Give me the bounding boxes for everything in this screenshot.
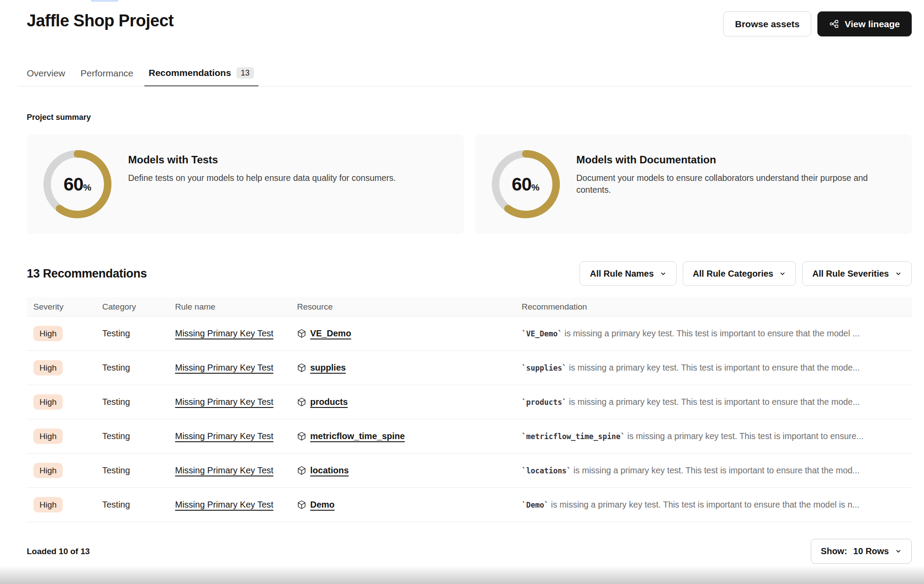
lineage-icon bbox=[829, 19, 839, 29]
severity-badge: High bbox=[33, 326, 63, 341]
project-summary-heading: Project summary bbox=[27, 113, 912, 122]
tab-recommendations[interactable]: Recommendations 13 bbox=[144, 67, 258, 87]
rule-name-link[interactable]: Missing Primary Key Test bbox=[175, 500, 273, 509]
card-description: Document your models to ensure collabora… bbox=[577, 172, 893, 196]
resource-cell: locations bbox=[297, 465, 522, 476]
card-body: Models with Documentation Document your … bbox=[577, 134, 893, 196]
resource-link[interactable]: supplies bbox=[310, 363, 346, 373]
tab-overview-label: Overview bbox=[27, 68, 65, 79]
tab-performance[interactable]: Performance bbox=[76, 68, 138, 87]
rows-per-page-select[interactable]: Show: 10 Rows bbox=[811, 539, 912, 564]
rule-categories-filter[interactable]: All Rule Categories bbox=[683, 261, 796, 286]
tab-performance-label: Performance bbox=[81, 68, 133, 79]
column-header-resource: Resource bbox=[297, 302, 522, 312]
column-header-rule-name: Rule name bbox=[175, 302, 297, 312]
severity-cell: High bbox=[33, 360, 102, 375]
rule-severities-filter[interactable]: All Rule Severities bbox=[802, 261, 912, 286]
table-row: High Testing Missing Primary Key Test pr… bbox=[27, 385, 912, 419]
loaded-status: Loaded 10 of 13 bbox=[27, 547, 90, 556]
donut-percent-value: 60 bbox=[512, 174, 531, 195]
recommendation-text: is missing a primary key test. This test… bbox=[571, 465, 860, 475]
browse-assets-button[interactable]: Browse assets bbox=[723, 11, 811, 36]
header-actions: Browse assets View lineage bbox=[723, 11, 912, 36]
model-cube-icon bbox=[297, 363, 306, 372]
bottom-fade bbox=[0, 566, 924, 584]
table-row: High Testing Missing Primary Key Test De… bbox=[27, 488, 912, 522]
recommendations-heading: 13 Recommendations bbox=[27, 267, 147, 281]
recommendation-cell: `metricflow_time_spine` is missing a pri… bbox=[522, 431, 912, 441]
recommendation-cell: `Demo` is missing a primary key test. Th… bbox=[522, 500, 912, 510]
severity-cell: High bbox=[33, 394, 102, 410]
rule-name-cell: Missing Primary Key Test bbox=[175, 328, 297, 339]
model-cube-icon bbox=[297, 466, 306, 475]
recommendation-code: `VE_Demo` bbox=[522, 329, 562, 338]
category-cell: Testing bbox=[102, 363, 175, 373]
view-lineage-label: View lineage bbox=[845, 19, 900, 29]
category-cell: Testing bbox=[102, 465, 175, 476]
category-cell: Testing bbox=[102, 328, 175, 339]
recommendation-cell: `products` is missing a primary key test… bbox=[522, 397, 912, 407]
models-with-documentation-card: 60 % Models with Documentation Document … bbox=[475, 134, 912, 234]
resource-link[interactable]: VE_Demo bbox=[310, 328, 351, 339]
summary-cards: 60 % Models with Tests Define tests on y… bbox=[27, 134, 912, 234]
rule-name-link[interactable]: Missing Primary Key Test bbox=[175, 397, 273, 407]
resource-link[interactable]: metricflow_time_spine bbox=[310, 431, 405, 441]
view-lineage-button[interactable]: View lineage bbox=[817, 11, 912, 36]
severity-badge: High bbox=[33, 463, 63, 478]
rule-severities-filter-label: All Rule Severities bbox=[812, 269, 889, 279]
card-body: Models with Tests Define tests on your m… bbox=[128, 134, 396, 184]
resource-cell: supplies bbox=[297, 363, 522, 373]
tab-overview[interactable]: Overview bbox=[22, 68, 70, 87]
rule-name-link[interactable]: Missing Primary Key Test bbox=[175, 328, 273, 338]
recommendation-text: is missing a primary key test. This test… bbox=[562, 328, 860, 338]
clipped-top-element bbox=[91, 0, 118, 2]
model-cube-icon bbox=[297, 500, 306, 509]
rule-name-link[interactable]: Missing Primary Key Test bbox=[175, 465, 273, 475]
page-header: Jaffle Shop Project Browse assets View l… bbox=[27, 0, 912, 36]
table-row: High Testing Missing Primary Key Test VE… bbox=[27, 317, 912, 351]
resource-link[interactable]: products bbox=[310, 397, 348, 407]
card-title: Models with Documentation bbox=[577, 154, 893, 166]
donut-percent: 60 % bbox=[43, 150, 111, 218]
recommendation-cell: `locations` is missing a primary key tes… bbox=[522, 465, 912, 476]
rule-name-cell: Missing Primary Key Test bbox=[175, 500, 297, 510]
recommendations-table: Severity Category Rule name Resource Rec… bbox=[27, 297, 912, 522]
chevron-down-icon bbox=[895, 270, 902, 277]
recommendation-cell: `VE_Demo` is missing a primary key test.… bbox=[522, 328, 912, 339]
category-cell: Testing bbox=[102, 397, 175, 407]
rule-categories-filter-label: All Rule Categories bbox=[693, 269, 773, 279]
rule-names-filter-label: All Rule Names bbox=[590, 269, 654, 279]
table-header: Severity Category Rule name Resource Rec… bbox=[27, 297, 912, 317]
table-row: High Testing Missing Primary Key Test me… bbox=[27, 419, 912, 454]
recommendation-text: is missing a primary key test. This test… bbox=[566, 363, 860, 372]
tab-bar: Overview Performance Recommendations 13 bbox=[18, 67, 912, 87]
model-cube-icon bbox=[297, 329, 306, 338]
recommendation-code: `Demo` bbox=[522, 501, 548, 509]
column-header-recommendation: Recommendation bbox=[522, 302, 912, 312]
rule-name-link[interactable]: Missing Primary Key Test bbox=[175, 431, 273, 441]
tab-recommendations-label: Recommendations bbox=[149, 68, 231, 78]
severity-cell: High bbox=[33, 429, 102, 444]
resource-link[interactable]: locations bbox=[310, 465, 349, 476]
card-title: Models with Tests bbox=[128, 154, 396, 166]
recommendation-text: is missing a primary key test. This test… bbox=[548, 500, 859, 509]
model-cube-icon bbox=[297, 397, 306, 407]
severity-cell: High bbox=[33, 497, 102, 512]
resource-link[interactable]: Demo bbox=[310, 500, 335, 510]
model-cube-icon bbox=[297, 432, 306, 441]
chevron-down-icon bbox=[895, 548, 902, 555]
recommendations-count-badge: 13 bbox=[236, 67, 254, 79]
donut-percent: 60 % bbox=[492, 150, 560, 218]
rule-names-filter[interactable]: All Rule Names bbox=[580, 261, 677, 286]
recommendations-section-header: 13 Recommendations All Rule Names All Ru… bbox=[27, 261, 912, 286]
rule-name-link[interactable]: Missing Primary Key Test bbox=[175, 363, 273, 372]
category-cell: Testing bbox=[102, 431, 175, 441]
rule-name-cell: Missing Primary Key Test bbox=[175, 363, 297, 373]
page-title: Jaffle Shop Project bbox=[27, 11, 174, 30]
donut-percent-sign: % bbox=[531, 182, 540, 193]
models-with-tests-card: 60 % Models with Tests Define tests on y… bbox=[27, 134, 464, 234]
severity-badge: High bbox=[33, 497, 63, 512]
severity-badge: High bbox=[33, 394, 63, 410]
column-header-category: Category bbox=[102, 302, 175, 312]
chevron-down-icon bbox=[779, 270, 786, 277]
